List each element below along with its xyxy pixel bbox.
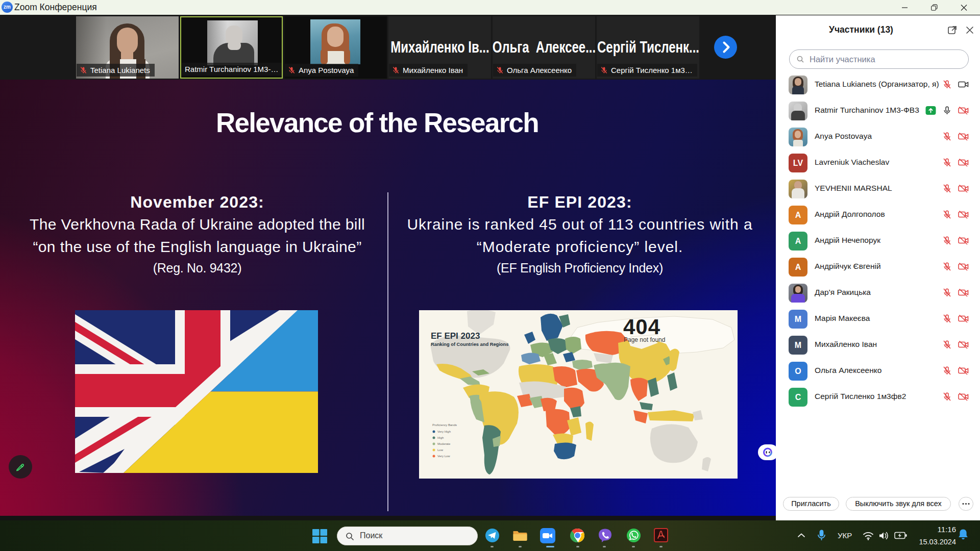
svg-text:EF EPI 2023: EF EPI 2023 [431, 331, 480, 341]
svg-text:High: High [437, 436, 444, 439]
svg-text:Ranking of Countries and Regio: Ranking of Countries and Regions [431, 342, 508, 347]
svg-text:Very Low: Very Low [437, 455, 450, 458]
svg-text:Low: Low [437, 448, 444, 452]
svg-text:Page not found: Page not found [624, 336, 665, 343]
svg-text:Very High: Very High [437, 430, 451, 433]
svg-text:Moderate: Moderate [437, 442, 451, 445]
svg-text:404: 404 [623, 315, 660, 339]
svg-text:Proficiency Bands: Proficiency Bands [432, 423, 457, 427]
